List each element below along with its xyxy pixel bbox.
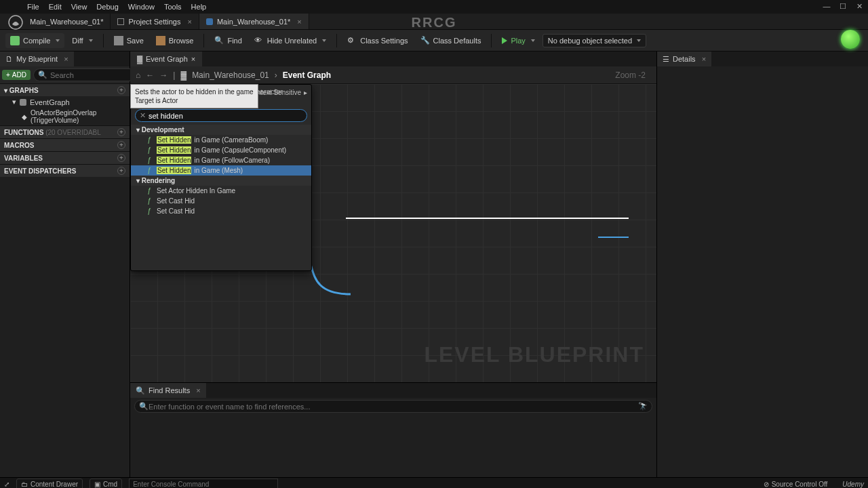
add-function-icon[interactable]: +: [117, 128, 125, 136]
graph-area: ▓Event Graph× ⌂ ← → | ▓ Main_Warehouse_0…: [130, 52, 656, 477]
context-item[interactable]: ƒSet Cast Hid: [131, 206, 311, 216]
find-results-tab[interactable]: 🔍Find Results×: [130, 383, 206, 398]
status-indicator-icon: [841, 30, 860, 49]
content-drawer-button[interactable]: 🗀Content Drawer: [16, 479, 83, 488]
doc-tab-project-settings[interactable]: Project Settings ×: [111, 14, 199, 29]
binoculars-icon[interactable]: 🔭: [638, 402, 648, 411]
add-dispatcher-icon[interactable]: +: [117, 167, 125, 175]
console-command-input[interactable]: [129, 479, 278, 488]
menu-file[interactable]: File: [27, 3, 39, 11]
context-category-rendering[interactable]: ▾ Rendering: [131, 176, 311, 186]
tab-close-icon[interactable]: ×: [187, 18, 191, 26]
doc-tab-blueprint[interactable]: Main_Warehouse_01* ×: [199, 14, 309, 29]
close-icon[interactable]: ✕: [854, 1, 864, 11]
toolbar: Compile Diff Save Browse 🔍Find 👁Hide Unr…: [0, 30, 868, 52]
context-item[interactable]: ƒSet Actor Hidden In Game: [131, 186, 311, 196]
menubar: File Edit View Debug Window Tools Help: [0, 0, 868, 14]
event-graph-tab[interactable]: ▓Event Graph×: [130, 52, 202, 66]
udemy-watermark: Udemy: [842, 481, 864, 488]
details-panel: ☰Details×: [656, 52, 868, 477]
context-search-input[interactable]: ✕: [135, 109, 307, 122]
crumb-graph[interactable]: Event Graph: [283, 70, 331, 80]
details-tab[interactable]: ☰Details×: [657, 52, 711, 66]
category-macros[interactable]: MACROS+: [0, 138, 130, 151]
compile-button[interactable]: Compile: [5, 33, 64, 48]
search-icon: 🔍: [38, 70, 47, 79]
hide-unrelated-button[interactable]: 👁Hide Unrelated: [250, 33, 331, 48]
search-icon: 🔍: [139, 402, 149, 411]
save-icon: [114, 36, 123, 45]
nav-back-icon[interactable]: ←: [146, 70, 154, 80]
nav-fwd-icon[interactable]: →: [159, 70, 167, 80]
category-functions[interactable]: FUNCTIONS (20 OVERRIDABL+: [0, 125, 130, 138]
tab-close-icon[interactable]: ×: [702, 55, 706, 63]
window-controls: — ☐ ✕: [822, 1, 864, 11]
find-button[interactable]: 🔍Find: [210, 33, 246, 48]
tree-overlap-event[interactable]: ◆OnActorBeginOverlap (TriggerVolume): [0, 108, 130, 125]
tab-close-icon[interactable]: ×: [297, 18, 301, 26]
category-dispatchers[interactable]: EVENT DISPATCHERS+: [0, 164, 130, 177]
breadcrumb: ⌂ ← → | ▓ Main_Warehouse_01 › Event Grap…: [130, 66, 656, 84]
menu-tools[interactable]: Tools: [164, 3, 182, 11]
expand-icon[interactable]: ⤢: [4, 481, 9, 488]
clear-search-icon[interactable]: ✕: [140, 111, 146, 120]
save-button[interactable]: Save: [109, 33, 149, 48]
context-item-selected[interactable]: ƒSet Hidden in Game (Mesh): [131, 165, 311, 176]
debug-object-selector[interactable]: No debug object selected: [542, 34, 646, 47]
add-macro-icon[interactable]: +: [117, 141, 125, 149]
add-button[interactable]: +ADD: [2, 70, 31, 80]
context-item[interactable]: ƒSet Hidden in Game (CameraBoom): [131, 135, 311, 145]
browse-button[interactable]: Browse: [151, 33, 199, 48]
crumb-asset[interactable]: Main_Warehouse_01: [192, 70, 269, 80]
class-defaults-button[interactable]: 🔧Class Defaults: [416, 33, 486, 48]
details-icon: ☰: [663, 55, 669, 64]
menu-help[interactable]: Help: [191, 3, 207, 11]
play-button[interactable]: Play: [497, 34, 539, 47]
context-tooltip: Sets the actor to be hidden in the game …: [130, 84, 258, 108]
context-item[interactable]: ƒSet Hidden in Game (FollowCamera): [131, 155, 311, 165]
tab-close-icon[interactable]: ×: [64, 55, 68, 63]
find-results-panel: 🔍Find Results× 🔍 🔭: [130, 382, 656, 477]
zoom-indicator: Zoom -2: [615, 70, 651, 80]
play-icon: [502, 37, 507, 44]
category-graphs[interactable]: ▾ GRAPHS+: [0, 83, 130, 96]
disabled-icon: ⊘: [764, 481, 769, 488]
add-graph-icon[interactable]: +: [117, 86, 125, 94]
tab-label: Main_Warehouse_01*: [217, 18, 290, 26]
my-blueprint-tab[interactable]: 🗋 My Blueprint ×: [0, 52, 74, 66]
tab-label: Project Settings: [128, 18, 180, 26]
graph-watermark: LEVEL BLUEPRINT: [424, 342, 644, 367]
graph-canvas[interactable]: ggerVolume) verlapped Actor Other Actor …: [130, 84, 656, 382]
maximize-icon[interactable]: ☐: [838, 1, 848, 11]
context-item[interactable]: ƒSet Cast Hid: [131, 196, 311, 206]
category-variables[interactable]: VARIABLES+: [0, 151, 130, 164]
menu-edit[interactable]: Edit: [49, 3, 62, 11]
source-control-status[interactable]: ⊘Source Control Off: [764, 481, 828, 488]
graph-icon: ▓: [180, 70, 186, 80]
context-menu: Actions taking a(n) Third Person Charact…: [130, 84, 312, 271]
minimize-icon[interactable]: —: [822, 1, 831, 11]
diff-button[interactable]: Diff: [67, 34, 97, 47]
context-item[interactable]: ƒSet Hidden in Game (CapsuleComponent): [131, 145, 311, 155]
add-variable-icon[interactable]: +: [117, 154, 125, 162]
folder-icon: [156, 36, 165, 45]
tab-close-icon[interactable]: ×: [196, 386, 200, 394]
menu-view[interactable]: View: [71, 3, 87, 11]
class-settings-button[interactable]: ⚙Class Settings: [342, 33, 412, 48]
menu-debug[interactable]: Debug: [96, 3, 118, 11]
drawer-icon: 🗀: [21, 481, 28, 488]
find-search-input[interactable]: 🔍 🔭: [134, 400, 652, 413]
cmd-button[interactable]: ▣Cmd: [90, 479, 122, 488]
tab-label: Main_Warehouse_01*: [30, 18, 103, 26]
menu-window[interactable]: Window: [128, 3, 155, 11]
tab-close-icon[interactable]: ×: [191, 55, 195, 63]
home-icon[interactable]: ⌂: [136, 70, 140, 80]
tree-eventgraph[interactable]: ▾EventGraph: [0, 96, 130, 108]
blueprint-icon: [206, 18, 213, 25]
compile-icon: [10, 36, 20, 45]
search-icon: 🔍: [136, 386, 145, 395]
status-bar: ⤢ 🗀Content Drawer ▣Cmd ⊘Source Control O…: [0, 477, 868, 488]
unreal-logo-icon: [8, 15, 23, 30]
context-category-development[interactable]: ▾ Development: [131, 125, 311, 135]
gear-icon: ⚙: [347, 36, 357, 45]
